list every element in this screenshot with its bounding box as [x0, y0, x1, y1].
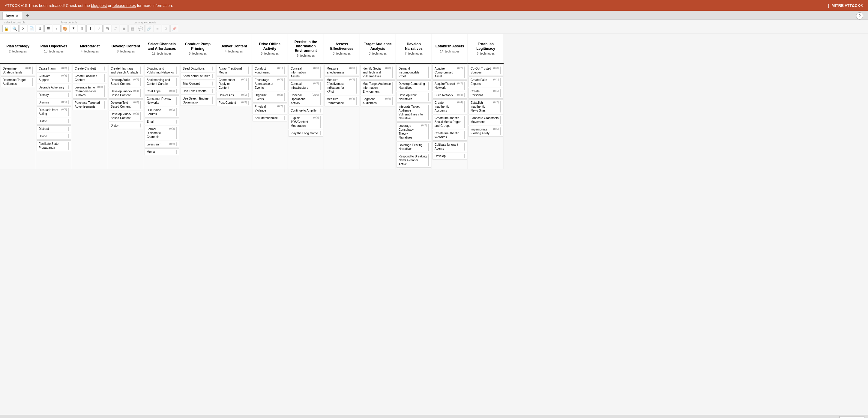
- drag-handle[interactable]: [428, 105, 429, 120]
- technique-cell[interactable]: Sell Merchandise: [252, 115, 287, 122]
- drag-handle[interactable]: [68, 100, 69, 104]
- tactic-header-develop-content[interactable]: Develop Content 8 techniques: [108, 34, 144, 64]
- technique-cell[interactable]: Develop Audio-Based Content (0/2): [108, 76, 143, 87]
- release-notes-link[interactable]: release notes: [113, 3, 136, 8]
- technique-cell[interactable]: Develop: [433, 153, 467, 160]
- expand-all-button[interactable]: ⤢: [95, 25, 102, 32]
- technique-cell[interactable]: Create Personas (0/1): [468, 88, 503, 99]
- clear-button[interactable]: ✕: [19, 25, 27, 32]
- technique-cell[interactable]: Cultivate Support (0/8): [37, 72, 71, 83]
- technique-cell[interactable]: Determine Strategic Ends (0/4): [1, 65, 35, 76]
- technique-cell[interactable]: Media: [145, 149, 179, 155]
- technique-cell[interactable]: Conceal Infrastructure (0/5): [288, 81, 323, 91]
- technique-cell[interactable]: Identify Social and Technical Vulnerabil…: [361, 65, 395, 80]
- technique-cell[interactable]: Cultivate Ignorant Agents: [433, 141, 467, 152]
- technique-cell[interactable]: Organise Events (0/2): [252, 92, 287, 102]
- drag-handle[interactable]: [500, 101, 501, 112]
- technique-cell[interactable]: Impersonate Existing Entity (0/5): [468, 126, 503, 137]
- drag-handle[interactable]: [176, 89, 177, 93]
- technique-cell[interactable]: Comment or Reply on Content (0/1): [217, 76, 251, 91]
- technique-cell[interactable]: Distract: [37, 125, 71, 132]
- drag-handle[interactable]: [320, 82, 321, 90]
- drag-handle[interactable]: [212, 67, 213, 70]
- technique-cell[interactable]: Create Inauthentic Social Media Pages an…: [433, 115, 467, 129]
- legend-button[interactable]: ▲ legend: [839, 416, 864, 418]
- drag-handle[interactable]: [320, 93, 321, 105]
- drag-handle[interactable]: [176, 127, 177, 139]
- layer-tab[interactable]: layer ×: [2, 12, 22, 20]
- tactic-header-drive-offline[interactable]: Drive Offline Activity 5 techniques: [252, 34, 288, 64]
- drag-handle[interactable]: [320, 116, 321, 128]
- tactic-header-persist-information[interactable]: Persist in the Information Environment 6…: [288, 34, 323, 64]
- drag-handle[interactable]: [32, 67, 33, 74]
- technique-cell[interactable]: Create Inauthentic Websites: [433, 130, 467, 141]
- drag-handle[interactable]: [356, 67, 357, 74]
- technique-cell[interactable]: Create Localised Content: [72, 72, 107, 83]
- drag-handle[interactable]: [392, 82, 393, 94]
- technique-cell[interactable]: Conceal Operational Activity (0/10): [288, 92, 323, 106]
- technique-cell[interactable]: Blogging and Publishing Networks: [145, 65, 179, 76]
- new-layer-button[interactable]: 📄: [28, 25, 35, 32]
- drag-handle[interactable]: [68, 108, 69, 116]
- drag-handle[interactable]: [464, 67, 465, 78]
- export-button[interactable]: ⬇: [36, 25, 44, 32]
- drag-handle[interactable]: [176, 108, 177, 116]
- drag-handle[interactable]: [104, 86, 105, 97]
- technique-cell[interactable]: Leverage Conspiracy Theory Narratives (0…: [397, 122, 431, 141]
- search-button[interactable]: 🔍: [11, 25, 19, 32]
- drag-handle[interactable]: [140, 101, 141, 108]
- technique-cell[interactable]: Exploit TOS/Content Moderation (0/2): [288, 115, 323, 129]
- technique-cell[interactable]: Determine Target Audiences: [1, 76, 35, 87]
- drag-handle[interactable]: [140, 78, 141, 86]
- drag-handle[interactable]: [464, 143, 465, 151]
- technique-cell[interactable]: Integrate Target Audience Vulnerabilitie…: [397, 103, 431, 122]
- drag-handle[interactable]: [428, 93, 429, 101]
- drag-handle[interactable]: [320, 131, 321, 135]
- drag-handle[interactable]: [140, 67, 141, 74]
- drag-handle[interactable]: [464, 131, 465, 139]
- technique-cell[interactable]: Distort: [108, 122, 143, 129]
- technique-cell[interactable]: Purchase Targeted Advertisements: [72, 99, 107, 110]
- drag-handle[interactable]: [428, 154, 429, 166]
- drag-handle[interactable]: [176, 150, 177, 154]
- link-button[interactable]: 🔗: [145, 25, 153, 32]
- drag-handle[interactable]: [392, 67, 393, 78]
- technique-cell[interactable]: Dissuade from Acting (0/3): [37, 106, 71, 117]
- drag-handle[interactable]: [176, 97, 177, 105]
- bar-button[interactable]: ▦: [128, 25, 136, 32]
- technique-cell[interactable]: Acquire/Recruit Network (0/2): [433, 81, 467, 91]
- collapse-button[interactable]: ⬇: [86, 25, 94, 32]
- drag-handle[interactable]: [68, 127, 69, 131]
- list-button[interactable]: ≡: [154, 25, 161, 32]
- drag-handle[interactable]: [104, 101, 105, 108]
- technique-cell[interactable]: Establish Inauthentic News Sites (0/2): [468, 99, 503, 114]
- drag-handle[interactable]: [176, 67, 177, 74]
- technique-cell[interactable]: Use Fake Experts: [181, 88, 215, 94]
- drag-handle[interactable]: [392, 97, 393, 105]
- drag-handle[interactable]: [284, 116, 285, 120]
- tactic-header-develop-narratives[interactable]: Develop Narratives 7 techniques: [396, 34, 432, 64]
- disable-button[interactable]: ⊘: [162, 25, 170, 32]
- technique-cell[interactable]: Bookmarking and Content Curation: [145, 76, 179, 87]
- technique-cell[interactable]: Dismay: [37, 92, 71, 98]
- drag-handle[interactable]: [68, 67, 69, 70]
- drag-handle[interactable]: [320, 67, 321, 78]
- drag-handle[interactable]: [464, 82, 465, 90]
- technique-cell[interactable]: Measure Performance (0/3): [324, 96, 359, 106]
- technique-cell[interactable]: Divide: [37, 133, 71, 140]
- drag-handle[interactable]: [176, 120, 177, 124]
- technique-cell[interactable]: Measure Effectiveness Indicators (or KPI…: [324, 76, 359, 95]
- drag-handle[interactable]: [356, 97, 357, 105]
- drag-handle[interactable]: [284, 105, 285, 112]
- drag-handle[interactable]: [248, 93, 249, 97]
- drag-handle[interactable]: [284, 93, 285, 101]
- drag-handle[interactable]: [464, 116, 465, 128]
- technique-cell[interactable]: Co-Opt Trusted Sources (0/3): [468, 65, 503, 76]
- technique-cell[interactable]: Livestream (0/2): [145, 141, 179, 148]
- technique-cell[interactable]: Conceal Information Assets (0/5): [288, 65, 323, 80]
- technique-cell[interactable]: Develop Image-Based Content (0/4): [108, 88, 143, 99]
- drag-handle[interactable]: [68, 134, 69, 138]
- technique-cell[interactable]: Segment Audiences (0/5): [361, 96, 395, 106]
- technique-cell[interactable]: Discussion Forums (0/1): [145, 107, 179, 118]
- technique-cell[interactable]: Build Network (0/3): [433, 92, 467, 99]
